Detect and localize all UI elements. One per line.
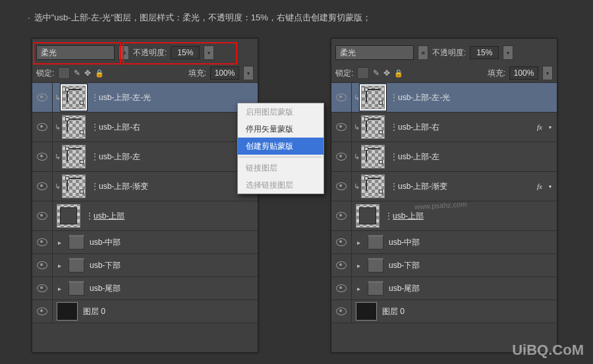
eye-icon	[37, 123, 47, 131]
lock-fill-row-r: 锁定: ✎ ✥ 🔒 填充: 100% ▾	[331, 64, 557, 83]
eye-icon	[37, 284, 47, 292]
layer-thumbnail[interactable]	[356, 204, 380, 228]
layer-row[interactable]: ↳⋮usb-上部-渐变fx▾	[331, 172, 557, 201]
layer-thumbnail[interactable]	[361, 174, 385, 198]
layer-row[interactable]: ▸usb-尾部	[331, 277, 557, 300]
folder-icon	[69, 258, 84, 273]
layer-name: usb-上部-渐变	[99, 181, 148, 192]
layer-thumbnail[interactable]	[62, 145, 86, 169]
watermark: UiBQ.CoM	[512, 342, 584, 359]
lock-all-icon-r[interactable]: 🔒	[394, 69, 403, 78]
group-expand-icon[interactable]: ▸	[58, 285, 66, 292]
layer-thumbnail[interactable]	[361, 145, 385, 169]
layer-row[interactable]: 图层 0	[32, 300, 258, 323]
fx-expand-icon[interactable]: ▾	[549, 124, 551, 130]
visibility-toggle[interactable]	[32, 201, 53, 230]
layer-thumbnail[interactable]	[361, 86, 385, 109]
visibility-toggle[interactable]	[32, 172, 53, 201]
opacity-input-r[interactable]: 15%	[470, 46, 499, 59]
layer-thumbnail[interactable]	[361, 115, 385, 139]
visibility-toggle[interactable]	[331, 201, 352, 230]
lock-move-icon-r[interactable]: ✥	[383, 68, 390, 78]
lock-transparent-icon-r[interactable]	[357, 67, 369, 79]
visibility-toggle[interactable]	[331, 83, 352, 112]
menu-disable-vmask[interactable]: 停用矢量蒙版	[238, 120, 324, 138]
layer-name: usb-中部	[90, 237, 121, 248]
layer-row[interactable]: ▸usb-中部	[331, 231, 557, 254]
layer-thumbnail[interactable]	[57, 302, 78, 321]
layer-row[interactable]: ⋮usb-上部	[32, 201, 258, 231]
layers-panel-right: 柔光 ≑ 不透明度: 15% ▾ 锁定: ✎ ✥ 🔒 填充: 100% ▾ ↳⋮…	[331, 38, 557, 353]
layer-row[interactable]: ▸usb-下部	[32, 254, 258, 277]
layer-row[interactable]: ↳⋮usb-上部-左	[32, 142, 258, 172]
layer-row[interactable]: ↳⋮usb-上部-左-光	[331, 83, 557, 113]
menu-separator	[239, 157, 323, 157]
visibility-toggle[interactable]	[331, 172, 352, 201]
layer-thumbnail[interactable]	[62, 174, 86, 198]
clip-marker-icon: ↳	[352, 93, 361, 102]
lock-transparent-icon[interactable]	[58, 67, 70, 79]
layer-row[interactable]: ▸usb-中部	[32, 231, 258, 254]
layer-row[interactable]: ▸usb-尾部	[32, 277, 258, 300]
fx-badge[interactable]: fx	[537, 182, 542, 190]
visibility-toggle[interactable]	[32, 113, 53, 142]
group-expand-icon[interactable]: ▸	[58, 262, 66, 269]
layer-thumbnail[interactable]	[356, 302, 377, 321]
blend-mode-dropdown[interactable]: 柔光	[36, 45, 115, 60]
menu-link-layers[interactable]: 链接图层	[238, 159, 324, 176]
lock-brush-icon-r[interactable]: ✎	[373, 68, 380, 78]
visibility-toggle[interactable]	[32, 277, 53, 299]
visibility-toggle[interactable]	[32, 254, 53, 276]
layer-row[interactable]: ↳⋮usb-上部-渐变	[32, 172, 258, 201]
visibility-toggle[interactable]	[331, 300, 352, 323]
clip-marker-icon: ↳	[53, 182, 62, 191]
blend-opacity-row-r: 柔光 ≑ 不透明度: 15% ▾	[331, 39, 557, 64]
group-expand-icon[interactable]: ▸	[357, 262, 365, 269]
fill-input[interactable]: 100%	[210, 66, 239, 80]
layer-row[interactable]: 图层 0	[331, 300, 557, 323]
opacity-input[interactable]: 15%	[171, 46, 200, 59]
layer-row[interactable]: ↳⋮usb-上部-左-光	[32, 83, 258, 113]
link-icon: ⋮	[91, 122, 98, 132]
layer-thumbnail[interactable]	[57, 204, 80, 228]
group-expand-icon[interactable]: ▸	[357, 239, 365, 246]
layer-row[interactable]: ↳⋮usb-上部-左	[331, 142, 557, 172]
opacity-caret[interactable]: ▾	[204, 45, 214, 60]
layer-row[interactable]: ▸usb-下部	[331, 254, 557, 277]
menu-select-linked[interactable]: 选择链接图层	[238, 176, 324, 194]
lock-move-icon[interactable]: ✥	[84, 68, 91, 78]
visibility-toggle[interactable]	[32, 300, 53, 323]
eye-icon	[336, 93, 347, 101]
visibility-toggle[interactable]	[331, 142, 352, 171]
visibility-toggle[interactable]	[331, 277, 352, 299]
visibility-toggle[interactable]	[331, 231, 352, 253]
link-icon: ⋮	[91, 93, 98, 102]
layer-row[interactable]: ↳⋮usb-上部-右fx▾	[331, 113, 557, 142]
layer-name: usb-下部	[389, 260, 420, 271]
fill-caret[interactable]: ▾	[243, 66, 254, 80]
visibility-toggle[interactable]	[331, 254, 352, 276]
lock-all-icon[interactable]: 🔒	[95, 69, 104, 78]
menu-enable-mask[interactable]: 启用图层蒙版	[238, 103, 324, 120]
fx-expand-icon[interactable]: ▾	[549, 184, 551, 190]
opacity-caret-r[interactable]: ▾	[503, 45, 513, 60]
menu-create-clip[interactable]: 创建剪贴蒙版	[238, 138, 324, 155]
visibility-toggle[interactable]	[331, 113, 352, 142]
blend-mode-dropdown-r[interactable]: 柔光	[335, 45, 414, 60]
fill-input-r[interactable]: 100%	[509, 66, 538, 80]
layer-thumbnail[interactable]	[62, 115, 86, 139]
group-expand-icon[interactable]: ▸	[357, 285, 365, 292]
group-expand-icon[interactable]: ▸	[58, 239, 66, 246]
visibility-toggle[interactable]	[32, 142, 53, 171]
fill-caret-r[interactable]: ▾	[542, 66, 553, 80]
layer-row[interactable]: ↳⋮usb-上部-右	[32, 113, 258, 142]
visibility-toggle[interactable]	[32, 83, 53, 112]
fx-badge[interactable]: fx	[537, 123, 542, 131]
blend-mode-stepper-r[interactable]: ≑	[418, 45, 428, 60]
instruction-text: 选中"usb-上部-左-光"图层，图层样式：柔光，不透明度：15%，右键点击创建…	[28, 12, 371, 24]
layer-thumbnail[interactable]	[62, 86, 86, 109]
blend-mode-stepper[interactable]: ≑	[119, 45, 129, 60]
lock-brush-icon[interactable]: ✎	[74, 68, 80, 78]
visibility-toggle[interactable]	[32, 231, 53, 253]
eye-icon	[37, 261, 47, 269]
